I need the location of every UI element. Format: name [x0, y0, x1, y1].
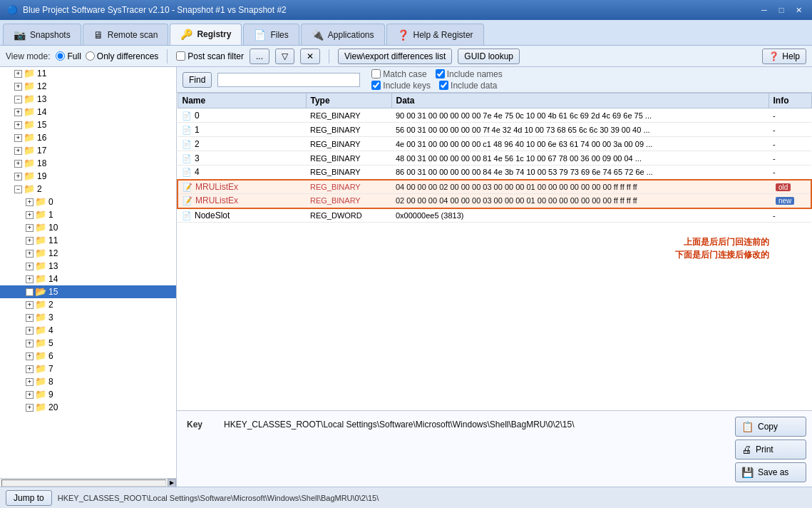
tab-remote-scan[interactable]: 🖥 Remote scan — [83, 24, 169, 45]
help-button[interactable]: ❓ Help — [762, 49, 806, 64]
tree-item[interactable]: +📁11 — [0, 67, 176, 80]
guid-lookup-button[interactable]: GUID lookup — [458, 49, 520, 64]
tree-expander[interactable]: − — [26, 288, 34, 296]
tree-item[interactable]: +📁8 — [0, 375, 176, 388]
tree-expander[interactable]: + — [14, 134, 22, 142]
tree-expander[interactable]: + — [26, 275, 34, 283]
save-as-button[interactable]: 💾 Save as — [735, 462, 806, 482]
tree-item[interactable]: +📁5 — [0, 337, 176, 350]
tab-help-register[interactable]: ❓ Help & Register — [386, 24, 484, 45]
tree-item[interactable]: +📁11 — [0, 234, 176, 247]
tree-item[interactable]: +📁18 — [0, 157, 176, 170]
tree-expander[interactable]: + — [26, 391, 34, 399]
tree-expander[interactable]: + — [26, 263, 34, 270]
tree-expander[interactable]: + — [14, 108, 22, 116]
table-row[interactable]: 📄0REG_BINARY90 00 31 00 00 00 00 00 7e 4… — [178, 108, 811, 123]
tree-item[interactable]: −📂15 — [0, 285, 176, 298]
tree-expander[interactable]: + — [26, 327, 34, 335]
tree-expander[interactable]: + — [26, 340, 34, 347]
tree-expander[interactable]: + — [14, 121, 22, 129]
tree-item[interactable]: +📁19 — [0, 170, 176, 183]
tree-item[interactable]: +📁7 — [0, 362, 176, 375]
table-row[interactable]: 📄4REG_BINARY86 00 31 00 00 00 00 00 84 4… — [178, 166, 811, 180]
view-export-button[interactable]: View\export differences list — [338, 49, 452, 64]
tree-item[interactable]: +📁20 — [0, 401, 176, 414]
tree-item-label: 8 — [48, 377, 53, 387]
only-diff-radio[interactable]: Only differences — [86, 51, 159, 61]
tree-expander[interactable]: − — [14, 186, 22, 193]
tree-expander[interactable]: + — [26, 211, 34, 219]
tree-expander[interactable]: + — [26, 198, 34, 206]
tree-item-label: 15 — [37, 120, 46, 130]
clear-filter-button[interactable]: ✕ — [300, 49, 320, 64]
jump-to-button[interactable]: Jump to — [6, 490, 52, 506]
table-row[interactable]: 📄1REG_BINARY56 00 31 00 00 00 00 00 7f 4… — [178, 123, 811, 137]
minimize-button[interactable]: ─ — [756, 4, 772, 16]
tab-snapshots[interactable]: 📷 Snapshots — [3, 24, 81, 45]
table-row[interactable]: 📝MRUListExREG_BINARY02 00 00 00 04 00 00… — [178, 194, 811, 208]
folder-icon: 📁 — [24, 93, 35, 105]
tree-expander[interactable]: + — [26, 224, 34, 232]
post-scan-checkbox[interactable]: Post scan filter — [176, 51, 244, 61]
tree-expander[interactable]: + — [26, 237, 34, 245]
tree-item[interactable]: +📁15 — [0, 118, 176, 131]
find-button[interactable]: Find — [183, 72, 212, 88]
table-row[interactable]: 📄3REG_BINARY48 00 31 00 00 00 00 00 81 4… — [178, 151, 811, 166]
table-row[interactable]: 📄2REG_BINARY4e 00 31 00 00 00 00 00 c1 4… — [178, 137, 811, 151]
table-row[interactable]: 📝MRUListExREG_BINARY04 00 00 00 02 00 00… — [178, 180, 811, 194]
tree-item[interactable]: +📁13 — [0, 260, 176, 273]
tree-scroll[interactable]: +📁11+📁12−📁13+📁14+📁15+📁16+📁17+📁18+📁19−📁2+… — [0, 67, 176, 478]
close-button[interactable]: ✕ — [791, 4, 806, 16]
tree-expander[interactable]: + — [26, 404, 34, 412]
ellipsis-button[interactable]: ... — [250, 49, 269, 64]
tree-item[interactable]: +📁12 — [0, 80, 176, 93]
copy-button[interactable]: 📋 Copy — [735, 417, 806, 437]
tree-expander[interactable]: + — [26, 378, 34, 386]
tree-expander[interactable]: + — [14, 83, 22, 91]
tree-item[interactable]: +📁2 — [0, 298, 176, 311]
tree-item[interactable]: +📁4 — [0, 324, 176, 337]
tree-item[interactable]: +📁6 — [0, 350, 176, 362]
tree-item[interactable]: +📁10 — [0, 221, 176, 234]
tree-item[interactable]: +📁17 — [0, 144, 176, 157]
tree-expander[interactable]: + — [26, 352, 34, 360]
data-table[interactable]: Name Type Data Info 📄0REG_BINARY90 00 31… — [177, 93, 812, 410]
folder-icon: 📁 — [24, 68, 35, 79]
tab-help-register-label: Help & Register — [413, 30, 473, 40]
print-button[interactable]: 🖨 Print — [735, 440, 806, 459]
folder-icon: 📁 — [35, 248, 46, 259]
tree-item[interactable]: +📁14 — [0, 106, 176, 118]
tree-expander[interactable]: + — [26, 365, 34, 373]
tree-item[interactable]: +📁0 — [0, 195, 176, 208]
tab-files[interactable]: 📄 Files — [243, 24, 299, 45]
tree-expander[interactable]: + — [14, 147, 22, 155]
table-row[interactable]: 📄NodeSlotREG_DWORD0x00000ee5 (3813)- — [178, 208, 811, 223]
maximize-button[interactable]: □ — [774, 4, 789, 16]
tree-expander[interactable]: + — [26, 301, 34, 309]
tree-item[interactable]: +📁12 — [0, 247, 176, 260]
tree-expander[interactable]: + — [26, 250, 34, 258]
tree-expander[interactable]: − — [14, 96, 22, 103]
match-case-checkbox[interactable]: Match case — [371, 69, 426, 79]
tree-expander[interactable]: + — [26, 314, 34, 322]
include-names-checkbox[interactable]: Include names — [436, 69, 503, 79]
include-keys-checkbox[interactable]: Include keys — [371, 81, 431, 91]
tree-item[interactable]: −📁2 — [0, 183, 176, 195]
tree-item-label: 13 — [48, 261, 58, 271]
tree-horizontal-scroll[interactable]: ▶ — [0, 478, 176, 487]
tree-item[interactable]: +📁9 — [0, 388, 176, 401]
tree-item[interactable]: +📁14 — [0, 273, 176, 285]
tab-registry[interactable]: 🔑 Registry — [170, 24, 242, 45]
tree-expander[interactable]: + — [14, 70, 22, 78]
tree-item[interactable]: −📁13 — [0, 93, 176, 106]
tree-item[interactable]: +📁1 — [0, 208, 176, 221]
tree-expander[interactable]: + — [14, 173, 22, 181]
filter-button[interactable]: ▽ — [275, 49, 294, 64]
tab-applications[interactable]: 🔌 Applications — [301, 24, 385, 45]
find-input[interactable] — [217, 73, 360, 87]
tree-expander[interactable]: + — [14, 160, 22, 168]
include-data-checkbox[interactable]: Include data — [439, 81, 497, 91]
full-radio[interactable]: Full — [56, 51, 81, 61]
tree-item[interactable]: +📁3 — [0, 311, 176, 324]
tree-item[interactable]: +📁16 — [0, 131, 176, 144]
